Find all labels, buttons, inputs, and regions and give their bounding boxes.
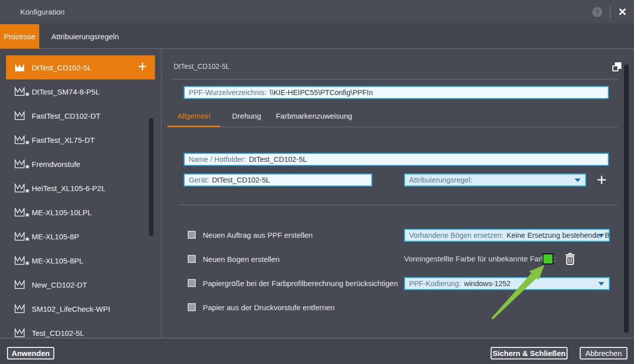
sidebar-scrollbar[interactable] [149, 118, 153, 236]
replace-sheets-dropdown[interactable]: Vorhandene Bögen ersetzen: Keine Ersetzu… [404, 229, 610, 242]
press-icon: * [14, 256, 25, 265]
sidebar-divider [161, 49, 162, 338]
duplicate-icon[interactable] [611, 61, 622, 72]
modified-star-icon: * [26, 163, 29, 173]
process-label: ME-XL105-8P [32, 232, 79, 241]
process-item[interactable]: FastTest_CD102-DT [6, 104, 155, 128]
press-icon [14, 63, 25, 72]
device-label: Gerät: [189, 176, 209, 184]
subtab-drehung[interactable]: Drehung [224, 109, 269, 122]
add-process-icon[interactable]: + [138, 57, 147, 76]
active-subtab-underline [168, 126, 220, 127]
press-icon [14, 328, 25, 337]
modified-star-icon: * [26, 91, 29, 101]
process-item[interactable]: * ME-XL105-8P [6, 224, 155, 248]
press-icon: * [14, 87, 25, 96]
process-item[interactable]: * HeiTest_XL105-6-P2L [6, 176, 155, 200]
add-attribution-rule-icon[interactable]: + [597, 172, 606, 188]
footer-bar: Anwenden Sichern & Schließen Abbrechen [0, 338, 634, 364]
process-item[interactable]: * ME-XL105-10LPL [6, 200, 155, 224]
modified-star-icon: * [26, 260, 29, 269]
replace-sheets-value: Keine Ersetzung bestehender Bögen [507, 231, 610, 239]
modified-star-icon: * [26, 236, 29, 245]
press-icon [14, 111, 25, 120]
panel-scrollbar[interactable] [624, 64, 629, 333]
press-icon: * [14, 159, 25, 168]
process-label: FastTest_CD102-DT [32, 112, 101, 120]
subtab-farbmarkenzuweisung[interactable]: Farbmarkenzuweisung [276, 109, 352, 122]
panel-divider-middle [179, 205, 618, 205]
attribution-rule-dropdown[interactable]: Attribuierungsregel: [404, 173, 586, 187]
ppf-encoding-value: windows-1252 [464, 280, 511, 288]
process-label: SM102_LifeCheck-WPI [32, 305, 110, 313]
chevron-down-icon [598, 234, 604, 237]
subtab-allgemein[interactable]: Allgemein [168, 109, 220, 122]
press-icon: * [14, 184, 25, 193]
replace-sheets-label: Vorhandene Bögen ersetzen: [409, 231, 504, 239]
process-label: Fremdvorstufe [32, 160, 81, 168]
device-value: DtTest_CD102-5L [212, 176, 270, 184]
cancel-button[interactable]: Abbrechen [580, 347, 627, 359]
apply-button[interactable]: Anwenden [7, 347, 54, 359]
panel-divider-top [171, 79, 618, 79]
close-icon[interactable]: ✕ [616, 5, 629, 19]
checkbox-row: Neuen Bogen erstellen [188, 253, 280, 265]
checkbox-new-order[interactable] [188, 231, 196, 239]
process-item[interactable]: SM102_LifeCheck-WPI [6, 297, 155, 321]
process-label: Test_CD102-5L [32, 329, 84, 337]
process-item[interactable]: * DtTest_SM74-8-P5L [6, 79, 155, 104]
process-label: ME-XL105-8PL [32, 256, 84, 265]
process-label: HeiTest_XL105-6-P2L [32, 184, 106, 193]
subtab-baseline [168, 127, 618, 127]
default-color-label: Voreingestellte Farbe für unbekannte Far… [404, 254, 556, 263]
checkbox-label: Papiergröße bei der Farbprofilberechnung… [203, 279, 398, 288]
attribution-rule-label: Attribuierungsregel: [409, 176, 472, 184]
process-item[interactable]: * FastTest_XL75-DT [6, 128, 155, 152]
checkbox-paper-size[interactable] [188, 279, 196, 287]
process-list: DtTest_CD102-5L + * DtTest_SM74-8-P5L Fa… [0, 49, 161, 338]
checkbox-row: Papiergröße bei der Farbprofilberechnung… [188, 277, 398, 289]
name-hotfolder-label: Name / Hotfolder: [189, 155, 246, 163]
process-item[interactable]: New_CD102-DT [6, 272, 155, 297]
chevron-down-icon [598, 282, 604, 286]
header-divider [610, 6, 610, 18]
checkbox-row: Neuen Auftrag aus PPF erstellen [188, 229, 312, 241]
checkbox-label: Papier aus der Druckvorstufe entfernen [203, 303, 335, 312]
checkbox-remove-paper[interactable] [188, 303, 196, 311]
process-label: DtTest_CD102-5L [32, 63, 92, 72]
device-field[interactable]: Gerät: DtTest_CD102-5L [184, 173, 372, 187]
checkbox-label: Neuen Bogen erstellen [203, 255, 280, 263]
press-icon: * [14, 232, 25, 241]
tab-prozesse[interactable]: Prozesse [0, 24, 39, 49]
press-icon [14, 304, 25, 313]
color-swatch[interactable] [542, 253, 553, 264]
configuration-dialog: Konfiguration ? ✕ Prozesse Attribuierung… [0, 0, 634, 364]
modified-star-icon: * [26, 139, 29, 149]
process-item-selected[interactable]: DtTest_CD102-5L + [6, 55, 155, 79]
ppf-encoding-dropdown[interactable]: PPF-Kodierung: windows-1252 [404, 277, 610, 290]
process-item[interactable]: Test_CD102-5L [6, 321, 155, 338]
process-item[interactable]: * ME-XL105-8PL [6, 248, 155, 272]
title-bar: Konfiguration ? ✕ [0, 0, 634, 24]
checkbox-new-sheet[interactable] [188, 255, 196, 263]
dialog-title: Konfiguration [20, 0, 64, 24]
annotation-arrow [483, 259, 553, 327]
modified-star-icon: * [26, 188, 29, 197]
ppf-root-value: \\KIE-HEIPC55\PTConfig\PPFIn [269, 88, 373, 97]
ppf-root-label: PPF-Wurzelverzeichnis: [189, 88, 266, 97]
process-item[interactable]: * Fremdvorstufe [6, 152, 155, 176]
process-label: ME-XL105-10LPL [32, 208, 92, 217]
panel-title: DtTest_CD102-5L [174, 62, 229, 70]
ppf-root-field[interactable]: PPF-Wurzelverzeichnis: \\KIE-HEIPC55\PTC… [184, 86, 609, 99]
process-label: DtTest_SM74-8-P5L [32, 87, 100, 96]
press-icon [14, 280, 25, 289]
help-icon[interactable]: ? [592, 7, 602, 17]
save-close-button[interactable]: Sichern & Schließen [491, 347, 568, 359]
checkbox-label: Neuen Auftrag aus PPF erstellen [203, 231, 312, 239]
name-hotfolder-field[interactable]: Name / Hotfolder: DtTest_CD102-5L [184, 153, 609, 166]
process-label: FastTest_XL75-DT [32, 136, 95, 144]
chevron-down-icon [575, 178, 581, 182]
main-tab-bar: Prozesse Attribuierungsregeln [0, 24, 634, 49]
trash-icon[interactable] [565, 252, 576, 265]
tab-attribuierungsregeln[interactable]: Attribuierungsregeln [39, 24, 131, 49]
